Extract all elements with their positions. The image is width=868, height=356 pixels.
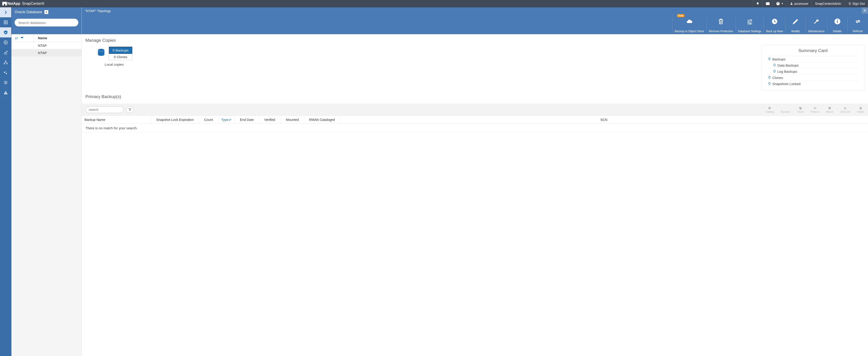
primary-backups-title: Primary Backup(s) <box>82 91 868 102</box>
user-icon <box>790 2 793 5</box>
resource-row[interactable]: NTAP <box>11 49 82 57</box>
maintenance-button[interactable]: Maintenance <box>806 17 827 33</box>
resource-row-name: NTAP <box>34 43 82 47</box>
nav-settings[interactable] <box>0 77 11 87</box>
nav-resources[interactable] <box>0 27 11 37</box>
svg-rect-12 <box>4 23 5 24</box>
help-button[interactable]: ? ▼ <box>773 0 787 7</box>
top-header: NetApp SnapCenter® ? ▼ azureuser SnapCen… <box>0 0 868 7</box>
funnel-icon <box>128 108 131 111</box>
main-blue-header: "NTAP" Topology ✕ New Backup to Object S… <box>82 7 868 34</box>
resource-row-name: NTAP <box>34 51 82 55</box>
delete-button[interactable]: Delete <box>857 106 864 113</box>
col-snapshot-lock[interactable]: Snapshot Lock Expiration <box>151 116 199 123</box>
details-button[interactable]: Details <box>827 17 847 33</box>
svg-rect-26 <box>5 94 6 94</box>
topology-title: "NTAP" Topology <box>85 9 111 13</box>
primary-backups-search-input[interactable] <box>85 106 124 113</box>
svg-rect-25 <box>5 92 6 93</box>
alert-icon <box>3 90 8 95</box>
modify-button[interactable]: Modify <box>785 17 806 33</box>
nav-alerts[interactable] <box>0 87 11 98</box>
mount-button[interactable]: Mount <box>826 106 833 113</box>
svg-rect-17 <box>4 63 5 64</box>
product-name: SnapCenter® <box>22 2 44 6</box>
svg-point-5 <box>791 2 792 4</box>
sliders-icon <box>746 18 753 25</box>
signout-icon <box>848 2 851 5</box>
nav-hosts[interactable] <box>0 58 11 68</box>
backup-to-object-store-button[interactable]: New Backup to Object Store <box>672 17 707 33</box>
svg-rect-21 <box>6 73 7 74</box>
summary-backups: 0Backups <box>767 56 859 62</box>
resource-type-label: Oracle Database <box>14 10 42 14</box>
manage-copies-title: Manage Copies <box>82 34 868 45</box>
signout-button[interactable]: Sign Out <box>844 0 868 7</box>
col-scn[interactable]: SCN <box>340 116 868 123</box>
local-backups-cell[interactable]: 0 Backups <box>109 47 132 54</box>
summary-snapshots-locked: 0Snapshots Locked <box>767 80 859 87</box>
search-databases-input[interactable] <box>14 19 78 27</box>
remove-protection-button[interactable]: Remove Protection <box>706 17 735 33</box>
brand-block: NetApp SnapCenter® <box>0 0 44 7</box>
col-verified[interactable]: Verified <box>259 116 280 123</box>
notifications-button[interactable] <box>753 0 763 7</box>
svg-rect-32 <box>837 21 838 23</box>
messages-button[interactable] <box>763 0 773 7</box>
filter-button[interactable] <box>126 106 134 113</box>
bell-icon <box>756 2 759 5</box>
svg-rect-0 <box>2 2 4 5</box>
svg-point-23 <box>6 82 7 83</box>
resource-sort-controls[interactable] <box>11 34 34 42</box>
primary-backups-empty-message: There is no match for your search. <box>82 124 868 133</box>
local-copies-block: 0 Backups 0 Clones Local copies <box>96 46 132 66</box>
col-count[interactable]: Count <box>199 116 218 123</box>
col-type[interactable]: Type <box>218 116 235 123</box>
trash-icon <box>859 106 863 110</box>
database-settings-button[interactable]: Database Settings <box>736 17 764 33</box>
unmount-icon <box>843 106 847 110</box>
col-backup-name[interactable]: Backup Name <box>82 116 151 123</box>
role-label: SnapCenterAdmin <box>815 2 841 5</box>
svg-rect-7 <box>5 20 6 21</box>
role-button[interactable]: SnapCenterAdmin <box>812 0 844 7</box>
nav-dashboard[interactable] <box>0 17 11 27</box>
local-clones-cell[interactable]: 0 Clones <box>109 54 132 60</box>
svg-rect-20 <box>6 71 6 72</box>
rename-button[interactable]: Rename <box>781 106 790 113</box>
refresh-button[interactable]: Refresh <box>847 17 868 33</box>
main-pane: "NTAP" Topology ✕ New Backup to Object S… <box>82 7 868 356</box>
primary-backups-table-header: Backup Name Snapshot Lock Expiration Cou… <box>82 116 868 124</box>
pencil-icon <box>793 18 799 25</box>
clone-icon <box>799 106 802 110</box>
user-button[interactable]: azureuser <box>787 0 812 7</box>
col-end-date[interactable]: End Date <box>235 116 259 123</box>
nav-reports[interactable] <box>0 47 11 58</box>
nav-expand[interactable] <box>0 7 11 17</box>
svg-point-33 <box>837 20 838 20</box>
restore-button[interactable]: Restore <box>810 106 819 113</box>
nav-storage[interactable] <box>0 68 11 77</box>
catalog-button[interactable]: Catalog <box>765 106 774 113</box>
backup-now-button[interactable]: Back up Now <box>764 17 785 33</box>
brand-text: NetApp <box>7 2 20 6</box>
svg-point-22 <box>4 81 5 82</box>
refresh-icon <box>855 18 861 25</box>
top-right-actions: ? ▼ azureuser SnapCenterAdmin Sign Out <box>753 0 868 7</box>
svg-rect-8 <box>7 20 7 21</box>
svg-rect-40 <box>800 108 802 109</box>
close-topology-button[interactable]: ✕ <box>862 7 868 14</box>
info-icon <box>834 18 841 25</box>
summary-card: Summary Card 0Backups 0Data Backups 0Log… <box>762 45 864 91</box>
col-mounted[interactable]: Mounted <box>280 116 304 123</box>
resource-row[interactable]: NTAP <box>11 42 82 49</box>
col-rman[interactable]: RMAN Cataloged <box>304 116 340 123</box>
unmount-button[interactable]: Unmount <box>840 106 850 113</box>
nav-monitor[interactable] <box>0 37 11 47</box>
clone-button[interactable]: Clone <box>797 106 804 113</box>
resource-type-dropdown[interactable]: ▼ <box>44 10 49 14</box>
mount-icon <box>828 106 832 110</box>
mail-icon <box>766 2 770 5</box>
resource-name-header[interactable]: Name <box>34 36 82 40</box>
sort-desc-icon <box>229 118 231 121</box>
